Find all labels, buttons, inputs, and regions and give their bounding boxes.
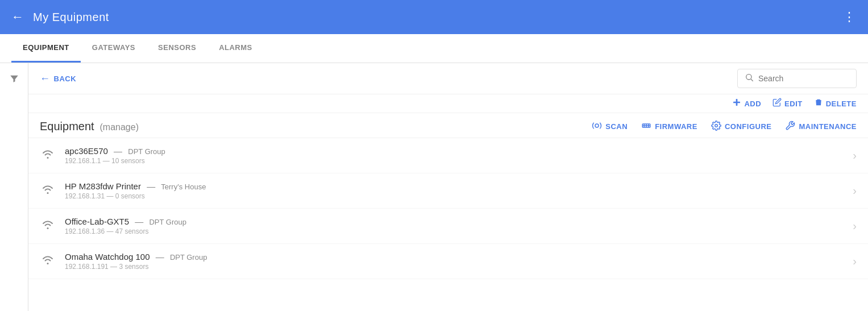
svg-line-1 [751, 79, 753, 81]
item-left: apc36E570 — DPT Group 192.168.1.1 — 10 s… [40, 146, 165, 165]
equipment-item[interactable]: Office-Lab-GXT5 — DPT Group 192.168.1.36… [28, 209, 868, 244]
tab-equipment[interactable]: EQUIPMENT [11, 34, 81, 63]
back-button[interactable]: ← BACK [40, 73, 76, 85]
firmware-button[interactable]: FIRMWARE [641, 121, 697, 133]
wifi-icon [40, 255, 56, 268]
search-icon [745, 73, 754, 84]
filter-sidebar [0, 63, 28, 311]
maintenance-button[interactable]: MAINTENANCE [785, 121, 857, 133]
header-left: ← My Equipment [11, 10, 109, 24]
firmware-label: FIRMWARE [655, 122, 697, 131]
item-name: Omaha Watchdog 100 — DPT Group [65, 252, 207, 262]
search-input[interactable] [758, 74, 849, 83]
maintenance-label: MAINTENANCE [799, 122, 857, 131]
item-sub: 192.168.1.191 — 3 sensors [65, 263, 207, 271]
svg-point-4 [595, 124, 599, 127]
app-header: ← My Equipment ⋮ [0, 0, 868, 34]
configure-icon [711, 121, 721, 133]
tab-bar: EQUIPMENT GATEWAYS SENSORS ALARMS [0, 34, 868, 63]
equipment-title: Equipment (manage) [40, 120, 139, 133]
item-left: HP M283fdw Printer — Terry's House 192.1… [40, 181, 206, 200]
toolbar-row: ← BACK [28, 63, 868, 94]
add-label: ADD [744, 99, 761, 108]
item-info: apc36E570 — DPT Group 192.168.1.1 — 10 s… [65, 146, 165, 165]
chevron-right-icon: › [853, 184, 857, 197]
action-row: ADD EDIT DELETE [28, 94, 868, 113]
chevron-right-icon: › [853, 219, 857, 233]
item-name: Office-Lab-GXT5 — DPT Group [65, 217, 186, 226]
tab-sensors[interactable]: SENSORS [147, 34, 207, 63]
scan-icon [592, 121, 602, 133]
add-button[interactable]: ADD [732, 98, 761, 109]
content-area: ← BACK [0, 63, 868, 311]
equipment-item[interactable]: HP M283fdw Printer — Terry's House 192.1… [28, 173, 868, 209]
main-panel: ← BACK [28, 63, 868, 311]
header-back-icon[interactable]: ← [11, 10, 24, 24]
item-sub: 192.168.1.31 — 0 sensors [65, 192, 206, 200]
scan-label: SCAN [605, 122, 628, 131]
equipment-item[interactable]: apc36E570 — DPT Group 192.168.1.1 — 10 s… [28, 138, 868, 173]
configure-button[interactable]: CONFIGURE [711, 121, 772, 133]
svg-rect-3 [733, 102, 740, 103]
header-title: My Equipment [33, 11, 109, 24]
item-name: apc36E570 — DPT Group [65, 146, 165, 156]
edit-icon [773, 98, 782, 109]
firmware-icon [641, 121, 651, 133]
tab-gateways[interactable]: GATEWAYS [81, 34, 147, 63]
chevron-right-icon: › [853, 255, 857, 268]
svg-point-10 [715, 124, 718, 127]
search-box [737, 69, 857, 88]
item-info: Omaha Watchdog 100 — DPT Group 192.168.1… [65, 252, 207, 271]
delete-icon [814, 98, 823, 109]
equipment-header: Equipment (manage) SCAN [28, 113, 868, 138]
item-left: Omaha Watchdog 100 — DPT Group 192.168.1… [40, 252, 207, 271]
tab-alarms[interactable]: ALARMS [207, 34, 264, 63]
item-left: Office-Lab-GXT5 — DPT Group 192.168.1.36… [40, 217, 186, 235]
item-info: Office-Lab-GXT5 — DPT Group 192.168.1.36… [65, 217, 186, 235]
wifi-icon [40, 184, 56, 197]
item-info: HP M283fdw Printer — Terry's House 192.1… [65, 181, 206, 200]
equipment-list: apc36E570 — DPT Group 192.168.1.1 — 10 s… [28, 138, 868, 311]
item-sub: 192.168.1.36 — 47 sensors [65, 227, 186, 235]
equipment-item[interactable]: Omaha Watchdog 100 — DPT Group 192.168.1… [28, 244, 868, 279]
header-more-icon[interactable]: ⋮ [843, 10, 857, 24]
wifi-icon [40, 219, 56, 233]
delete-label: DELETE [826, 99, 857, 108]
filter-icon[interactable] [9, 73, 19, 86]
edit-label: EDIT [784, 99, 803, 108]
item-name: HP M283fdw Printer — Terry's House [65, 181, 206, 191]
item-sub: 192.168.1.1 — 10 sensors [65, 157, 165, 165]
configure-label: CONFIGURE [725, 122, 772, 131]
maintenance-icon [785, 121, 795, 133]
equipment-actions: SCAN FIRMWARE [592, 121, 857, 133]
scan-button[interactable]: SCAN [592, 121, 628, 133]
edit-button[interactable]: EDIT [773, 98, 803, 109]
wifi-icon [40, 149, 56, 162]
chevron-right-icon: › [853, 149, 857, 162]
svg-point-0 [746, 74, 751, 80]
delete-button[interactable]: DELETE [814, 98, 857, 109]
add-icon [732, 98, 741, 109]
back-arrow-icon: ← [40, 73, 51, 85]
back-label: BACK [54, 74, 77, 83]
